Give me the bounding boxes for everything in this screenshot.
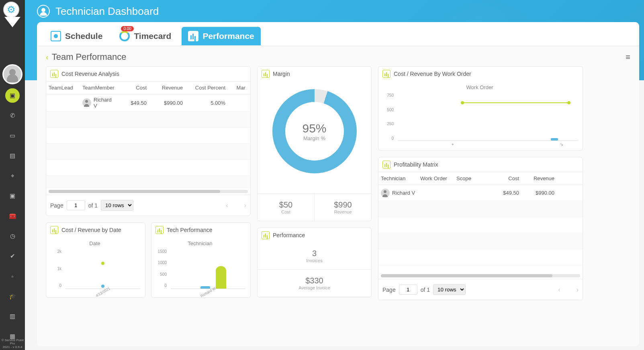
techperf-chart (171, 249, 245, 289)
nav-toolbox-icon[interactable]: 🧰 (5, 209, 20, 223)
panel-cost-revenue-by-wo: Cost / Revenue By Work Order Work Order … (378, 66, 583, 151)
tab-schedule[interactable]: Schedule (44, 27, 109, 45)
panel-profitability-matrix: Profitability Matrix Technician Work Ord… (378, 157, 583, 300)
logo: ⚙ (3, 2, 22, 30)
nav-dashboard-icon[interactable]: ▣ (5, 88, 20, 103)
table-row (378, 233, 583, 249)
rows-select[interactable]: 10 rows (101, 200, 133, 211)
user-avatar[interactable] (2, 64, 22, 84)
panel-tech-performance: Tech Performance Technician 150010005000… (151, 222, 251, 298)
panel-cost-revenue-analysis: Cost Revenue Analysis TeamLead TeamMembe… (46, 66, 251, 216)
table-row[interactable]: Richard V $49.50 $990.00 5.00% (46, 94, 250, 112)
pm-table-header: Technician Work Order Scope Cost Revenue (378, 172, 583, 185)
main-card: Schedule 0.00 Timecard Performance ‹ Tea… (37, 22, 639, 346)
page-title: Technician Dashboard (55, 5, 159, 18)
page-input[interactable] (399, 285, 417, 295)
page-header: Technician Dashboard (37, 5, 159, 18)
timecard-badge: 0.00 (121, 26, 133, 31)
next-page-icon[interactable]: › (244, 202, 246, 209)
rows-select[interactable]: 10 rows (433, 284, 466, 295)
margin-donut: 95% Margin % (272, 89, 357, 173)
sidebar: ⚙ ▣ ✆ ▭ ▤ ⌖ ▣ 🧰 ◷ ✔ ▫ 🎓 ▥ ▦ ⋯ ≡ © Servic… (0, 0, 25, 350)
nav-phone-icon[interactable]: ✆ (5, 108, 20, 123)
table-row (46, 128, 250, 144)
page-input[interactable] (67, 200, 85, 210)
footer-text: © Service Point Pro 2021 - v 0.9.4 (0, 339, 25, 349)
tab-performance[interactable]: Performance (182, 27, 260, 45)
timecard-icon (119, 31, 130, 41)
chart-icon (262, 231, 270, 239)
table-row (378, 201, 583, 217)
table-row (378, 249, 583, 265)
nav-location-icon[interactable]: ⌖ (5, 169, 20, 183)
cra-table-header: TeamLead TeamMember Cost Revenue Cost Pe… (46, 81, 250, 94)
tabs: Schedule 0.00 Timecard Performance (37, 22, 639, 46)
date-chart (65, 249, 140, 289)
chart-icon (382, 70, 390, 78)
nav-clipboard-icon[interactable]: ▣ (5, 189, 20, 203)
panel-margin: Margin 95% Margin % $50Cost $990Revenue (257, 66, 372, 221)
schedule-icon (51, 31, 61, 41)
table-row (46, 160, 250, 176)
pager: Page of 1 10 rows ‹ › (378, 279, 583, 300)
table-row (46, 112, 250, 128)
next-page-icon[interactable]: › (577, 286, 579, 293)
nav-save-icon[interactable]: ▫ (5, 269, 20, 283)
avatar-icon (82, 98, 91, 107)
wo-chart (398, 93, 578, 141)
back-chevron-icon[interactable]: ‹ (46, 53, 49, 62)
nav-globe-icon[interactable]: ◷ (5, 229, 20, 243)
tab-timecard[interactable]: 0.00 Timecard (113, 27, 178, 45)
table-row (378, 217, 583, 233)
section-title: Team Performance (52, 52, 127, 62)
pager: Page of 1 10 rows ‹ › (46, 195, 250, 216)
chart-icon (50, 70, 58, 78)
prev-page-icon[interactable]: ‹ (226, 202, 228, 209)
panel-cost-revenue-by-date: Cost / Revenue by Date Date 2k1k0 4/13/2… (46, 222, 145, 298)
prev-page-icon[interactable]: ‹ (558, 286, 560, 293)
menu-icon[interactable]: ≡ (626, 53, 630, 62)
nav-education-icon[interactable]: 🎓 (5, 289, 20, 303)
nav-report-icon[interactable]: ▥ (5, 309, 20, 324)
table-row[interactable]: Richard V $49.50 $990.00 (378, 185, 583, 201)
horizontal-scrollbar[interactable] (49, 190, 248, 193)
panel-performance: Performance 3Invoices $330Average Invoic… (257, 228, 372, 297)
person-icon (37, 5, 50, 18)
table-row (46, 176, 250, 188)
horizontal-scrollbar[interactable] (381, 274, 580, 277)
avatar-icon (381, 189, 390, 197)
nav-check-icon[interactable]: ✔ (5, 249, 20, 263)
chart-icon (382, 161, 390, 169)
nav-contacts-icon[interactable]: ▤ (5, 149, 20, 163)
performance-icon (188, 31, 198, 41)
nav-message-icon[interactable]: ▭ (5, 128, 20, 143)
chart-icon (262, 70, 270, 78)
chart-icon (155, 226, 164, 234)
chart-icon (50, 226, 58, 234)
table-row (46, 144, 250, 160)
gear-icon: ⚙ (3, 2, 19, 18)
